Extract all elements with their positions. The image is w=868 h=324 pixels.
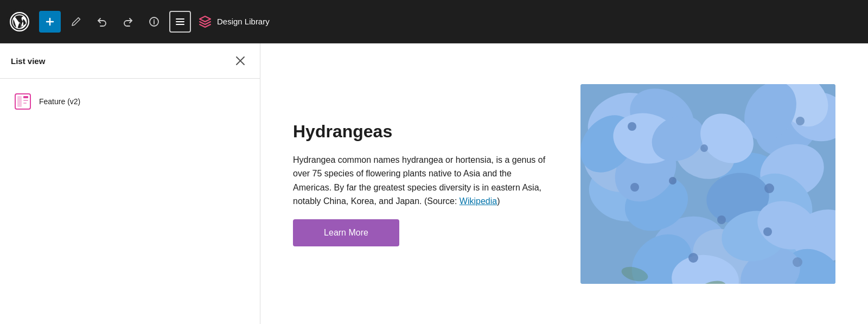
undo-button[interactable] [91, 11, 113, 33]
sidebar-content: Feature (v2) [0, 79, 260, 124]
hydrangea-image [580, 84, 835, 284]
svg-rect-3 [17, 96, 22, 107]
svg-point-12 [796, 117, 805, 125]
sidebar-close-button[interactable] [232, 52, 249, 69]
design-library-section: Design Library [197, 14, 270, 29]
svg-rect-4 [23, 96, 28, 98]
svg-point-41 [700, 144, 708, 152]
body-text: Hydrangea common names hydrangea or hort… [293, 155, 545, 206]
list-item-label: Feature (v2) [39, 97, 80, 106]
svg-point-17 [764, 183, 774, 193]
design-library-icon [197, 14, 213, 29]
main-layout: List view Feature (v2) [0, 43, 868, 324]
wikipedia-link[interactable]: Wikipedia [459, 196, 497, 206]
svg-point-48 [717, 215, 726, 224]
svg-point-22 [688, 253, 698, 263]
svg-rect-5 [23, 100, 28, 101]
info-button[interactable] [143, 11, 165, 33]
toolbar: Design Library [0, 0, 868, 43]
list-item[interactable]: Feature (v2) [11, 87, 249, 116]
svg-point-32 [628, 122, 636, 131]
learn-more-button[interactable]: Learn More [293, 219, 399, 246]
sidebar-title: List view [11, 56, 45, 66]
body-suffix: ) [497, 196, 500, 206]
feature-block-icon [13, 92, 33, 111]
design-library-label: Design Library [217, 17, 270, 26]
svg-point-37 [793, 257, 802, 267]
svg-point-47 [669, 177, 676, 185]
svg-point-44 [763, 227, 772, 236]
redo-button[interactable] [117, 11, 139, 33]
wp-logo[interactable] [7, 9, 33, 35]
content-text: Hydrangeas Hydrangea common names hydran… [293, 65, 548, 302]
svg-point-27 [630, 183, 639, 192]
list-view-button[interactable] [169, 11, 191, 33]
add-block-button[interactable] [39, 11, 61, 33]
sidebar-header: List view [0, 43, 260, 79]
svg-rect-6 [23, 103, 27, 104]
edit-button[interactable] [65, 11, 87, 33]
content-area: Hydrangeas Hydrangea common names hydran… [260, 43, 868, 324]
content-heading: Hydrangeas [293, 121, 548, 142]
content-body: Hydrangea common names hydrangea or hort… [293, 153, 548, 208]
sidebar: List view Feature (v2) [0, 43, 260, 324]
